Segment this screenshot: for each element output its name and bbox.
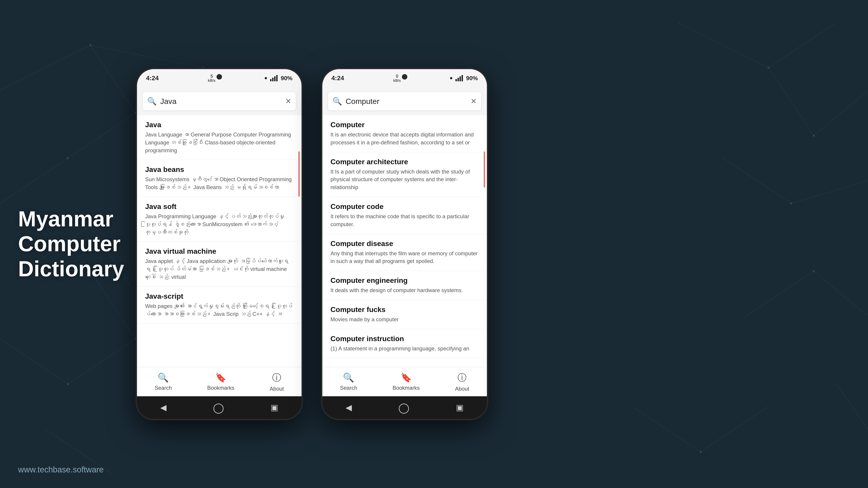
svg-line-16 (814, 90, 868, 135)
result-item-computer[interactable]: Computer It is an electronic device that… (322, 115, 487, 152)
result-desc-3: Java applet နှင့် Java application များက… (145, 257, 293, 281)
result-title-r5: Computer fucks (331, 305, 479, 314)
result-item-computer-eng[interactable]: Computer engineering It deals with the d… (322, 271, 487, 300)
svg-point-24 (89, 44, 92, 46)
result-item-computer-code[interactable]: Computer code It refers to the machine c… (322, 197, 487, 234)
search-icon-left: 🔍 (147, 97, 157, 106)
signal-bars-right (456, 75, 463, 81)
result-title-r4: Computer engineering (331, 276, 479, 285)
back-button-right[interactable]: ◀ (346, 403, 352, 412)
result-item-javascript[interactable]: Java-script Web pages များ၏ ဆောင်ရွက်မှု… (137, 287, 302, 324)
result-item-computer-fucks[interactable]: Computer fucks Movies made by a computer (322, 300, 487, 329)
scroll-indicator-left (298, 151, 300, 197)
nav-about-right[interactable]: ⓘ About (455, 371, 469, 392)
result-desc-r0: It is an electronic device that accepts … (331, 131, 479, 147)
phone-screen-right: 🔍 Computer ✕ Computer It is an electroni… (322, 87, 487, 396)
result-item-javavm[interactable]: Java virtual machine Java applet နှင့် J… (137, 242, 302, 287)
search-text-right[interactable]: Computer (346, 97, 471, 106)
result-title-0: Java (145, 121, 293, 129)
svg-point-32 (767, 67, 770, 69)
search-clear-right[interactable]: ✕ (471, 97, 477, 105)
status-kbs-right: 0kB/s (393, 74, 401, 83)
nav-search-left[interactable]: 🔍 Search (155, 372, 172, 391)
svg-line-23 (701, 407, 769, 452)
battery-right: 90% (466, 75, 478, 82)
svg-point-35 (813, 270, 815, 272)
search-bar-right[interactable]: 🔍 Computer ✕ (328, 92, 482, 111)
results-list-left: Java Java Language ဟာ General Purpose Co… (137, 115, 302, 367)
result-title-r0: Computer (331, 121, 479, 129)
result-item-computer-instruction[interactable]: Computer instruction (1) A statement in … (322, 329, 487, 358)
svg-line-13 (678, 23, 769, 68)
phones-container: 4:24 5kB/s 90% 🔍 Java ✕ (135, 68, 488, 420)
result-desc-2: Java Programming Language နှင့် ပတ်သည်းမ… (145, 213, 293, 236)
result-item-computer-disease[interactable]: Computer disease Any thing that interrup… (322, 234, 487, 271)
nav-search-label-right: Search (340, 385, 357, 391)
time-left: 4:24 (146, 74, 159, 82)
result-desc-r2: It refers to the machine code that is sp… (331, 213, 479, 228)
phone-camera-left (217, 74, 222, 79)
search-nav-icon-right: 🔍 (343, 372, 354, 383)
nav-about-left[interactable]: ⓘ About (270, 371, 284, 392)
svg-point-36 (700, 451, 702, 453)
result-title-r6: Computer instruction (331, 335, 479, 343)
about-nav-icon-left: ⓘ (272, 371, 281, 384)
result-item-javasoft[interactable]: Java soft Java Programming Language နှင့… (137, 197, 302, 242)
battery-left: 90% (281, 75, 292, 82)
result-item-computer-arch[interactable]: Computer architecture It Is a part of co… (322, 152, 487, 197)
result-item-javabeans[interactable]: Java beans Sun Microsystems မှတီထွင်သော … (137, 160, 302, 197)
search-clear-left[interactable]: ✕ (285, 97, 291, 105)
nav-search-label-left: Search (155, 385, 172, 391)
result-desc-r3: Any thing that interrupts the film ware … (331, 250, 479, 265)
search-text-left[interactable]: Java (160, 97, 285, 106)
bottom-nav-left: 🔍 Search 🔖 Bookmarks ⓘ About (137, 367, 302, 396)
svg-line-10 (68, 339, 135, 384)
svg-line-6 (90, 45, 204, 68)
result-title-r3: Computer disease (331, 239, 479, 248)
home-button-left[interactable]: ◯ (213, 402, 224, 414)
recents-button-right[interactable]: ▣ (456, 403, 464, 412)
home-button-right[interactable]: ◯ (398, 402, 409, 414)
svg-line-0 (0, 45, 90, 90)
search-bar-left[interactable]: 🔍 Java ✕ (143, 92, 296, 111)
svg-point-33 (813, 134, 815, 137)
svg-line-18 (791, 181, 868, 203)
back-button-left[interactable]: ◀ (160, 403, 166, 412)
title-area: Myanmar Computer Dictionary (18, 206, 154, 281)
phone-right: 4:24 0kB/s 90% 🔍 Computer ✕ (321, 68, 488, 420)
svg-point-34 (790, 202, 792, 204)
phone-camera-right (402, 74, 407, 79)
signal-dot-right (450, 77, 452, 79)
website-url: www.techbase.software (18, 465, 103, 475)
svg-line-19 (746, 271, 814, 316)
nav-about-label-right: About (455, 386, 469, 392)
result-title-r1: Computer architecture (331, 158, 479, 166)
recents-button-left[interactable]: ▣ (271, 403, 278, 412)
signal-bars-left (270, 75, 278, 81)
nav-about-label-left: About (270, 386, 284, 392)
svg-line-17 (723, 158, 791, 203)
result-item-java[interactable]: Java Java Language ဟာ General Purpose Co… (137, 115, 302, 160)
result-desc-1: Sun Microsystems မှတီထွင်သော Object Orie… (145, 175, 293, 191)
nav-bookmarks-left[interactable]: 🔖 Bookmarks (207, 372, 235, 391)
result-desc-4: Web pages များ၏ ဆောင်ရွက်မှုစွမ်းရည်ကို … (145, 302, 293, 318)
result-title-4: Java-script (145, 292, 293, 300)
phone-screen-left: 🔍 Java ✕ Java Java Language ဟာ General P… (137, 87, 302, 396)
svg-line-20 (814, 271, 868, 316)
time-right: 4:24 (331, 74, 344, 82)
app-title: Myanmar Computer Dictionary (18, 206, 154, 281)
bottom-nav-right: 🔍 Search 🔖 Bookmarks ⓘ About (322, 367, 487, 396)
svg-point-30 (67, 383, 69, 385)
svg-line-1 (90, 45, 135, 113)
search-icon-right: 🔍 (333, 97, 342, 106)
result-desc-r1: It Is a part of computer study which dea… (331, 168, 479, 191)
result-title-2: Java soft (145, 202, 293, 211)
result-title-r2: Computer code (331, 202, 479, 211)
status-kbs-left: 5kB/s (208, 74, 216, 83)
nav-search-right[interactable]: 🔍 Search (340, 372, 357, 391)
result-title-3: Java virtual machine (145, 247, 293, 256)
nav-bookmarks-right[interactable]: 🔖 Bookmarks (393, 372, 420, 391)
bookmarks-nav-icon-right: 🔖 (401, 372, 412, 383)
result-desc-r6: (1) A statement in a programming languag… (331, 345, 479, 353)
svg-line-22 (633, 407, 701, 452)
